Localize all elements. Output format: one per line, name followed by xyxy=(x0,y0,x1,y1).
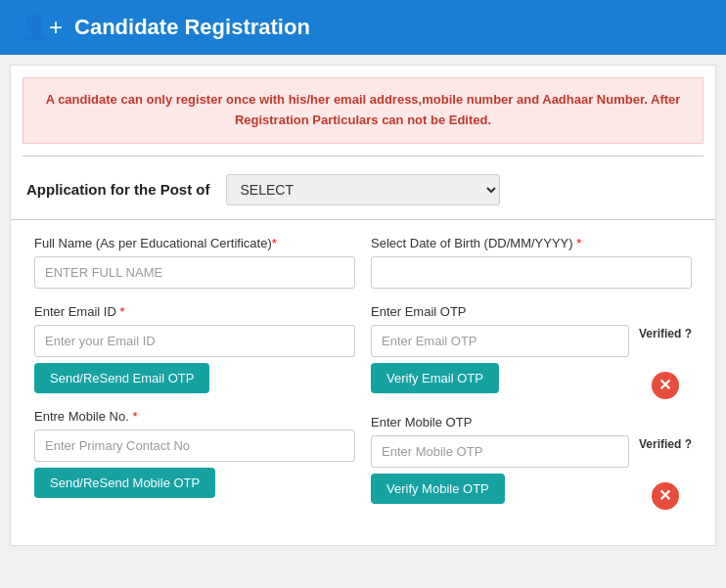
form-grid: Full Name (As per Educational Certificat… xyxy=(11,236,715,525)
verify-mobile-otp-button[interactable]: Verify Mobile OTP xyxy=(371,474,505,504)
form-right-col: Select Date of Birth (DD/MM/YYYY) * Ente… xyxy=(363,236,700,525)
email-verified-label: Verified ? xyxy=(639,327,692,340)
full-name-label: Full Name (As per Educational Certificat… xyxy=(34,236,355,250)
mobile-otp-row: Verify Mobile OTP Verified ? ✕ xyxy=(371,435,692,510)
send-mobile-otp-button[interactable]: Send/ReSend Mobile OTP xyxy=(34,468,215,498)
mobile-verified-section: Verified ? ✕ xyxy=(639,435,692,510)
dob-group: Select Date of Birth (DD/MM/YYYY) * xyxy=(371,236,692,289)
send-email-otp-button[interactable]: Send/ReSend Email OTP xyxy=(34,363,209,393)
email-not-verified-icon: ✕ xyxy=(652,372,679,399)
post-select[interactable]: SELECT xyxy=(226,174,500,205)
form-left-col: Full Name (As per Educational Certificat… xyxy=(26,236,363,525)
mobile-verified-label: Verified ? xyxy=(639,437,692,451)
mobile-otp-input[interactable] xyxy=(371,435,629,468)
email-id-group: Enter Email ID * Send/ReSend Email OTP xyxy=(34,304,355,393)
mobile-no-input[interactable] xyxy=(34,430,355,462)
dob-label: Select Date of Birth (DD/MM/YYYY) * xyxy=(371,236,692,250)
mobile-not-verified-icon: ✕ xyxy=(652,482,679,510)
post-row: Application for the Post of SELECT xyxy=(11,164,715,219)
email-otp-input-group: Verify Email OTP xyxy=(371,325,629,393)
verify-email-otp-button[interactable]: Verify Email OTP xyxy=(371,363,499,393)
alert-text: A candidate can only register once with … xyxy=(46,92,681,127)
page-title: Candidate Registration xyxy=(74,15,310,40)
full-name-group: Full Name (As per Educational Certificat… xyxy=(34,236,355,289)
email-id-input[interactable] xyxy=(34,325,355,357)
page-header: 👤+ Candidate Registration xyxy=(0,0,726,55)
full-name-input[interactable] xyxy=(34,256,355,289)
mobile-no-label: Entre Mobile No. * xyxy=(34,409,355,424)
dob-input[interactable] xyxy=(371,256,692,289)
mobile-otp-input-group: Verify Mobile OTP xyxy=(371,435,629,504)
user-add-icon: 👤+ xyxy=(20,14,63,41)
mobile-no-group: Entre Mobile No. * Send/ReSend Mobile OT… xyxy=(34,409,355,498)
email-otp-label: Enter Email OTP xyxy=(371,304,692,319)
email-verified-section: Verified ? ✕ xyxy=(639,325,692,399)
mobile-otp-label: Enter Mobile OTP xyxy=(371,415,692,430)
alert-box: A candidate can only register once with … xyxy=(23,77,703,144)
divider-1 xyxy=(23,156,703,157)
post-label: Application for the Post of xyxy=(26,181,210,198)
email-otp-input[interactable] xyxy=(371,325,629,357)
section-divider xyxy=(11,219,715,220)
mobile-otp-group: Enter Mobile OTP Verify Mobile OTP Verif… xyxy=(371,415,692,510)
email-id-label: Enter Email ID * xyxy=(34,304,355,319)
main-card: A candidate can only register once with … xyxy=(10,65,716,546)
email-otp-row: Verify Email OTP Verified ? ✕ xyxy=(371,325,692,399)
email-otp-group: Enter Email OTP Verify Email OTP Verifie… xyxy=(371,304,692,399)
